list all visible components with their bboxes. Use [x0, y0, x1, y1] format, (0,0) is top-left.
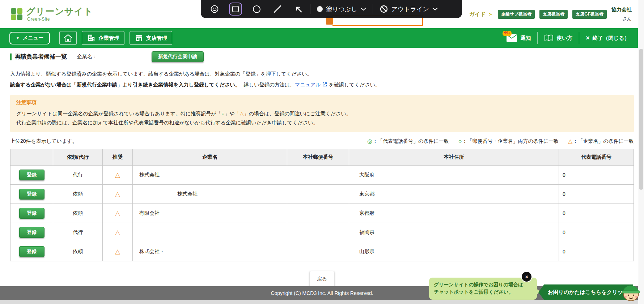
cell-postal — [287, 185, 349, 204]
arrow-tool-button[interactable] — [292, 3, 305, 16]
toolbar-separator — [373, 4, 373, 14]
page-title-text: 再請負業者候補一覧 — [15, 53, 67, 61]
ellipse-tool-button[interactable] — [250, 3, 263, 16]
table-header-row: 依頼/代行 推奨 企業名 本社郵便番号 本社住所 代表電話番号 — [10, 149, 634, 166]
table-row: 登録 代行 △ 福岡県 0 — [10, 223, 634, 242]
notice-line2: 代行企業申請の際には、企業名に加えて本社住所や代表電話番号の相違がないかも代行す… — [16, 118, 628, 127]
legend-text: ：「企業名」の条件に一致 — [573, 138, 634, 145]
envelope-icon: 99+ — [506, 34, 517, 42]
rectangle-icon — [232, 6, 239, 12]
guide-label: ガイド — [469, 11, 486, 18]
fill-style-dropdown[interactable]: 塗りつぶし — [315, 5, 368, 13]
register-button[interactable]: 登録 — [19, 227, 45, 238]
cell-address: 東京都 — [349, 185, 559, 204]
cell-postal — [287, 223, 349, 242]
arrow-upleft-icon — [293, 4, 304, 14]
chatbot-launch-button[interactable]: お困りのかたはこちらをクリック — [538, 284, 633, 300]
register-button[interactable]: 登録 — [19, 246, 45, 257]
header-right: ガイド ＞ 企業サブ担当者 支店担当者 支店GF担当者 協力会社 さん — [469, 7, 632, 22]
cell-phone: 0 — [559, 166, 634, 185]
home-icon — [63, 34, 73, 42]
line-tool-button[interactable] — [271, 3, 284, 16]
logo[interactable]: グリーンサイト Green-Site — [11, 7, 93, 22]
cell-company: 株式会社 — [139, 191, 198, 197]
cell-type: 代行 — [53, 223, 103, 242]
cell-address: 山形県 — [349, 242, 559, 261]
col-phone: 代表電話番号 — [559, 149, 634, 166]
line-icon — [272, 4, 283, 14]
col-register — [10, 149, 53, 166]
screenshot-annotation-toolbar: 塗りつぶし アウトライン — [201, 0, 462, 18]
register-button[interactable]: 登録 — [19, 208, 45, 219]
register-button[interactable]: 登録 — [19, 189, 45, 200]
bottom-strip — [0, 300, 644, 304]
cell-type: 依頼 — [53, 185, 103, 204]
register-button[interactable]: 登録 — [19, 170, 45, 180]
circle-symbol: ○ — [458, 138, 462, 145]
chatbot-tooltip-close-button[interactable]: × — [522, 272, 531, 282]
legend-row: 上位20件を表示しています。 ◎：「代表電話番号」の条件に一致 ○：「郵便番号・… — [10, 138, 634, 145]
book-icon — [544, 34, 554, 42]
cell-postal — [287, 204, 349, 223]
emoji-tool-button[interactable] — [208, 3, 221, 16]
rectangle-tool-button[interactable] — [229, 3, 242, 16]
toolbar-tools — [208, 3, 305, 16]
description-line2-bold: 該当する企業がない場合は「新規代行企業申請」より引き続き企業情報を入力し登録して… — [10, 82, 240, 87]
col-address: 本社住所 — [349, 149, 559, 166]
company-name-label: 企業名： — [77, 53, 97, 60]
col-recommend: 推奨 — [103, 149, 133, 166]
menu-button[interactable]: ▼ メニュー — [9, 32, 50, 44]
cell-type: 代行 — [53, 166, 103, 185]
store-icon — [135, 34, 143, 42]
badge-branch-manager: 支店担当者 — [539, 10, 568, 19]
manual-sentence-prefix: 詳しい登録の方法は、 — [244, 82, 295, 87]
cell-company: 株式会社・ — [139, 248, 165, 254]
nav-company-label: 企業管理 — [98, 35, 119, 42]
triangle-symbol: △ — [115, 210, 120, 217]
howto-button[interactable]: 使い方 — [538, 28, 579, 48]
chevron-down-icon — [432, 8, 438, 11]
home-button[interactable] — [59, 31, 77, 45]
notification-button[interactable]: 99+ 通知 — [500, 28, 537, 48]
cell-phone: 0 — [559, 223, 634, 242]
cell-company: 有限会社 — [139, 210, 160, 216]
cell-type: 依頼 — [53, 204, 103, 223]
cell-company: 株式会社 — [139, 172, 160, 177]
col-request-agency: 依頼/代行 — [53, 149, 103, 166]
triangle-symbol: △ — [115, 248, 120, 255]
external-link-icon — [322, 82, 327, 87]
badge-company-sub-manager: 企業サブ担当者 — [498, 10, 535, 19]
legend-item-phone: ◎：「代表電話番号」の条件に一致 — [367, 138, 449, 145]
screen: グリーンサイト Green-Site ガイド ＞ 企業サブ担当者 支店担当者 支… — [0, 0, 644, 304]
cell-address: 福岡県 — [349, 223, 559, 242]
table-row: 登録 依頼 △ 株式会社・ 山形県 0 — [10, 242, 634, 261]
new-agency-application-button[interactable]: 新規代行企業申請 — [152, 51, 204, 62]
nav-branch-management[interactable]: 支店管理 — [130, 31, 172, 45]
manual-sentence-suffix: を確認してください。 — [329, 82, 380, 87]
triangle-symbol: △ — [568, 138, 572, 145]
notice-box: 注意事項 グリーンサイトは同一企業名の企業が登録されている場合もあります。特に推… — [10, 95, 634, 132]
notification-count-badge: 99+ — [503, 31, 512, 36]
result-count-text: 上位20件を表示しています。 — [10, 138, 77, 145]
guide-link[interactable]: ガイド ＞ — [469, 11, 493, 18]
legend-item-postal-name: ○：「郵便番号・企業名」両方の条件に一致 — [458, 138, 559, 145]
notice-line1-text: 」の場合は、登録の間違いにご注意ください。 — [243, 111, 351, 116]
back-button[interactable]: 戻る — [310, 271, 334, 287]
manual-link[interactable]: マニュアル — [295, 82, 321, 87]
cell-phone: 0 — [559, 185, 634, 204]
triangle-symbol: △ — [115, 171, 120, 179]
notification-label: 通知 — [520, 35, 531, 42]
legend-item-name: △：「企業名」の条件に一致 — [568, 138, 634, 145]
outline-style-dropdown[interactable]: アウトライン — [378, 5, 439, 13]
mascot-character[interactable] — [619, 281, 643, 302]
cell-phone: 0 — [559, 242, 634, 261]
scrollbar-thumb[interactable] — [639, 49, 643, 190]
outline-dropdown-label: アウトライン — [391, 5, 429, 13]
nav-company-management[interactable]: 企業管理 — [82, 31, 124, 45]
exit-button[interactable]: × 終了（閉じる） — [579, 28, 636, 48]
chevron-right-icon: ＞ — [488, 11, 493, 18]
scrollbar[interactable] — [638, 0, 644, 304]
table-row: 登録 代行 △ 株式会社 大阪府 0 — [10, 166, 634, 185]
notice-line1-text: グリーンサイトは同一企業名の企業が登録されている場合もあります。特に推奨記号が「 — [16, 111, 221, 116]
back-row: 戻る — [10, 271, 634, 287]
